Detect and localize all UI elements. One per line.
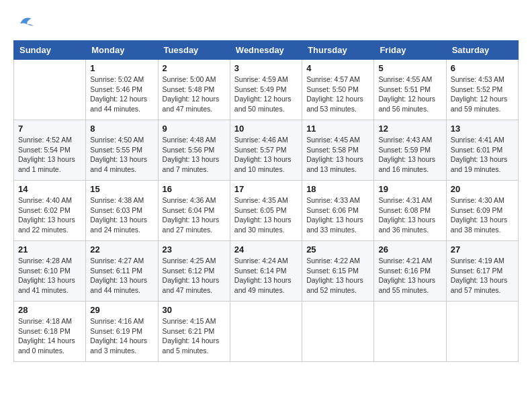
day-cell: 18Sunrise: 4:33 AMSunset: 6:06 PMDayligh… bbox=[302, 181, 374, 241]
day-number: 3 bbox=[234, 63, 298, 73]
day-info: Sunrise: 4:43 AMSunset: 5:59 PMDaylight:… bbox=[378, 135, 441, 175]
day-info: Sunrise: 4:24 AMSunset: 6:14 PMDaylight:… bbox=[234, 256, 298, 295]
column-header-friday: Friday bbox=[374, 41, 446, 60]
week-row-5: 28Sunrise: 4:18 AMSunset: 6:18 PMDayligh… bbox=[14, 302, 519, 362]
day-number: 14 bbox=[18, 184, 81, 194]
day-cell: 3Sunrise: 4:59 AMSunset: 5:49 PMDaylight… bbox=[230, 60, 302, 120]
day-number: 21 bbox=[18, 244, 81, 255]
day-cell: 15Sunrise: 4:38 AMSunset: 6:03 PMDayligh… bbox=[86, 181, 158, 241]
day-info: Sunrise: 4:45 AMSunset: 5:58 PMDaylight:… bbox=[306, 135, 369, 175]
day-cell: 30Sunrise: 4:15 AMSunset: 6:21 PMDayligh… bbox=[158, 302, 230, 362]
day-cell bbox=[14, 60, 86, 120]
day-cell: 14Sunrise: 4:40 AMSunset: 6:02 PMDayligh… bbox=[14, 181, 86, 241]
day-info: Sunrise: 4:59 AMSunset: 5:49 PMDaylight:… bbox=[234, 75, 298, 114]
day-info: Sunrise: 4:48 AMSunset: 5:56 PMDaylight:… bbox=[163, 135, 226, 175]
day-info: Sunrise: 4:57 AMSunset: 5:50 PMDaylight:… bbox=[306, 75, 369, 114]
day-info: Sunrise: 4:35 AMSunset: 6:05 PMDaylight:… bbox=[234, 195, 298, 235]
column-header-sunday: Sunday bbox=[14, 41, 86, 60]
day-info: Sunrise: 4:33 AMSunset: 6:06 PMDaylight:… bbox=[306, 195, 369, 235]
day-number: 22 bbox=[90, 244, 153, 255]
day-number: 13 bbox=[451, 124, 514, 134]
day-cell bbox=[230, 302, 302, 362]
day-cell: 17Sunrise: 4:35 AMSunset: 6:05 PMDayligh… bbox=[230, 181, 302, 241]
day-info: Sunrise: 4:16 AMSunset: 6:19 PMDaylight:… bbox=[90, 316, 153, 356]
week-row-1: 1Sunrise: 5:02 AMSunset: 5:46 PMDaylight… bbox=[14, 60, 519, 120]
day-info: Sunrise: 4:30 AMSunset: 6:09 PMDaylight:… bbox=[451, 195, 514, 235]
day-number: 16 bbox=[163, 184, 226, 194]
column-header-wednesday: Wednesday bbox=[230, 41, 302, 60]
day-cell: 24Sunrise: 4:24 AMSunset: 6:14 PMDayligh… bbox=[230, 241, 302, 302]
day-number: 19 bbox=[378, 184, 441, 194]
day-info: Sunrise: 5:02 AMSunset: 5:46 PMDaylight:… bbox=[90, 75, 153, 114]
column-header-tuesday: Tuesday bbox=[158, 41, 230, 60]
day-info: Sunrise: 4:22 AMSunset: 6:15 PMDaylight:… bbox=[306, 256, 369, 295]
day-cell bbox=[374, 302, 446, 362]
column-header-monday: Monday bbox=[86, 41, 158, 60]
day-number: 1 bbox=[90, 63, 153, 73]
day-number: 7 bbox=[18, 124, 81, 134]
page-header bbox=[13, 13, 519, 34]
day-number: 27 bbox=[451, 244, 514, 255]
day-info: Sunrise: 4:15 AMSunset: 6:21 PMDaylight:… bbox=[163, 316, 226, 356]
day-info: Sunrise: 4:41 AMSunset: 6:01 PMDaylight:… bbox=[451, 135, 514, 175]
day-cell: 27Sunrise: 4:19 AMSunset: 6:17 PMDayligh… bbox=[446, 241, 518, 302]
day-info: Sunrise: 4:21 AMSunset: 6:16 PMDaylight:… bbox=[378, 256, 441, 295]
day-cell: 19Sunrise: 4:31 AMSunset: 6:08 PMDayligh… bbox=[374, 181, 446, 241]
day-cell: 10Sunrise: 4:46 AMSunset: 5:57 PMDayligh… bbox=[230, 120, 302, 181]
day-number: 8 bbox=[90, 124, 153, 134]
day-cell: 6Sunrise: 4:53 AMSunset: 5:52 PMDaylight… bbox=[446, 60, 518, 120]
logo bbox=[13, 13, 36, 34]
day-info: Sunrise: 4:28 AMSunset: 6:10 PMDaylight:… bbox=[18, 256, 81, 295]
column-header-thursday: Thursday bbox=[302, 41, 374, 60]
day-info: Sunrise: 4:55 AMSunset: 5:51 PMDaylight:… bbox=[378, 75, 441, 114]
day-info: Sunrise: 5:00 AMSunset: 5:48 PMDaylight:… bbox=[163, 75, 226, 114]
day-number: 9 bbox=[163, 124, 226, 134]
day-number: 18 bbox=[306, 184, 369, 194]
day-cell: 16Sunrise: 4:36 AMSunset: 6:04 PMDayligh… bbox=[158, 181, 230, 241]
day-info: Sunrise: 4:18 AMSunset: 6:18 PMDaylight:… bbox=[18, 316, 81, 356]
day-cell: 1Sunrise: 5:02 AMSunset: 5:46 PMDaylight… bbox=[86, 60, 158, 120]
day-number: 25 bbox=[306, 244, 369, 255]
day-number: 26 bbox=[378, 244, 441, 255]
day-number: 2 bbox=[163, 63, 226, 73]
column-header-saturday: Saturday bbox=[446, 41, 518, 60]
day-cell: 25Sunrise: 4:22 AMSunset: 6:15 PMDayligh… bbox=[302, 241, 374, 302]
day-number: 12 bbox=[378, 124, 441, 134]
day-cell: 4Sunrise: 4:57 AMSunset: 5:50 PMDaylight… bbox=[302, 60, 374, 120]
day-info: Sunrise: 4:50 AMSunset: 5:55 PMDaylight:… bbox=[90, 135, 153, 175]
day-info: Sunrise: 4:19 AMSunset: 6:17 PMDaylight:… bbox=[451, 256, 514, 295]
day-cell: 11Sunrise: 4:45 AMSunset: 5:58 PMDayligh… bbox=[302, 120, 374, 181]
day-cell: 2Sunrise: 5:00 AMSunset: 5:48 PMDaylight… bbox=[158, 60, 230, 120]
day-number: 29 bbox=[90, 305, 153, 315]
day-info: Sunrise: 4:52 AMSunset: 5:54 PMDaylight:… bbox=[18, 135, 81, 175]
day-number: 4 bbox=[306, 63, 369, 73]
day-cell: 13Sunrise: 4:41 AMSunset: 6:01 PMDayligh… bbox=[446, 120, 518, 181]
day-info: Sunrise: 4:27 AMSunset: 6:11 PMDaylight:… bbox=[90, 256, 153, 295]
day-cell: 8Sunrise: 4:50 AMSunset: 5:55 PMDaylight… bbox=[86, 120, 158, 181]
day-info: Sunrise: 4:40 AMSunset: 6:02 PMDaylight:… bbox=[18, 195, 81, 235]
day-number: 11 bbox=[306, 124, 369, 134]
week-row-4: 21Sunrise: 4:28 AMSunset: 6:10 PMDayligh… bbox=[14, 241, 519, 302]
day-number: 28 bbox=[18, 305, 81, 315]
day-cell: 21Sunrise: 4:28 AMSunset: 6:10 PMDayligh… bbox=[14, 241, 86, 302]
day-cell: 9Sunrise: 4:48 AMSunset: 5:56 PMDaylight… bbox=[158, 120, 230, 181]
day-cell: 28Sunrise: 4:18 AMSunset: 6:18 PMDayligh… bbox=[14, 302, 86, 362]
day-number: 23 bbox=[163, 244, 226, 255]
day-cell: 5Sunrise: 4:55 AMSunset: 5:51 PMDaylight… bbox=[374, 60, 446, 120]
day-number: 5 bbox=[378, 63, 441, 73]
day-cell: 23Sunrise: 4:25 AMSunset: 6:12 PMDayligh… bbox=[158, 241, 230, 302]
day-cell bbox=[302, 302, 374, 362]
day-number: 17 bbox=[234, 184, 298, 194]
logo-bird-icon bbox=[16, 13, 36, 34]
calendar-header-row: SundayMondayTuesdayWednesdayThursdayFrid… bbox=[14, 41, 519, 60]
calendar-table: SundayMondayTuesdayWednesdayThursdayFrid… bbox=[13, 40, 519, 362]
day-number: 24 bbox=[234, 244, 298, 255]
day-info: Sunrise: 4:46 AMSunset: 5:57 PMDaylight:… bbox=[234, 135, 298, 175]
day-number: 30 bbox=[163, 305, 226, 315]
day-number: 6 bbox=[451, 63, 514, 73]
day-number: 15 bbox=[90, 184, 153, 194]
week-row-3: 14Sunrise: 4:40 AMSunset: 6:02 PMDayligh… bbox=[14, 181, 519, 241]
day-info: Sunrise: 4:38 AMSunset: 6:03 PMDaylight:… bbox=[90, 195, 153, 235]
day-cell: 12Sunrise: 4:43 AMSunset: 5:59 PMDayligh… bbox=[374, 120, 446, 181]
day-number: 20 bbox=[451, 184, 514, 194]
